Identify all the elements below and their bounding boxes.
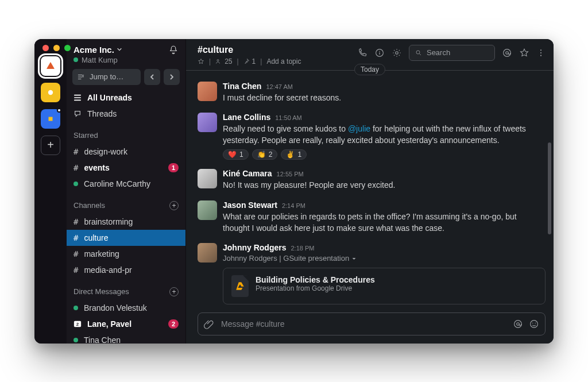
avatar[interactable] (198, 200, 217, 220)
svg-point-4 (217, 59, 219, 61)
message-sender[interactable]: Lane Collins (223, 113, 270, 122)
call-button[interactable] (357, 48, 368, 58)
sidebar-dm-brandon[interactable]: Brandon Velestuk (67, 300, 185, 316)
mention-button[interactable] (513, 319, 523, 329)
svg-point-10 (506, 51, 509, 54)
workspace-switch-1[interactable] (41, 56, 60, 76)
message-sender[interactable]: Johnny Rodgers (223, 243, 286, 252)
sidebar-item-caroline[interactable]: Caroline McCarthy (67, 176, 185, 192)
scrollbar-thumb[interactable] (548, 142, 551, 234)
sidebar-dm-lane-pavel[interactable]: 2 Lane, Pavel 2 (67, 316, 185, 332)
slack-window: + Acme Inc. Matt Kump (34, 39, 554, 344)
message-row[interactable]: Kiné Camara12:55 PM No! It was my pleasu… (198, 165, 546, 196)
message-text: Really need to give some kudos to @julie… (223, 123, 546, 146)
chevron-left-icon (149, 74, 156, 80)
pin-count: 1 (252, 57, 256, 65)
smile-icon (529, 319, 539, 329)
message-text: What are our policies in regards to pets… (223, 211, 546, 234)
avatar[interactable] (198, 243, 217, 263)
emoji-button[interactable] (529, 319, 539, 329)
presence-active-icon (74, 306, 78, 310)
window-maximize-button[interactable] (64, 45, 71, 51)
sidebar-item-media-and-pr[interactable]: #media-and-pr (67, 262, 185, 278)
notifications-button[interactable] (168, 45, 179, 55)
attachment-title: Building Policies & Procedures (256, 275, 375, 284)
hash-icon: # (74, 264, 78, 276)
svg-point-6 (379, 51, 380, 52)
message-list[interactable]: Tina Chen12:47 AM I must decline for sec… (186, 70, 554, 312)
mention-link[interactable]: @julie (348, 124, 370, 133)
workspace-switch-2[interactable] (41, 83, 60, 102)
message-row[interactable]: Lane Collins11:50 AM Really need to give… (198, 109, 546, 166)
svg-point-16 (531, 320, 538, 327)
message-row[interactable]: Jason Stewart2:14 PM What are our polici… (198, 197, 546, 240)
workspace-menu[interactable]: Acme Inc. (74, 45, 122, 55)
message-text: No! It was my pleasure! People are very … (223, 179, 546, 191)
sidebar-item-marketing[interactable]: #marketing (67, 246, 185, 262)
info-button[interactable] (374, 48, 385, 58)
message-row[interactable]: Tina Chen12:47 AM I must decline for sec… (198, 78, 546, 109)
workspace-name: Acme Inc. (74, 45, 114, 55)
window-close-button[interactable] (42, 45, 49, 51)
add-channel-button[interactable]: + (169, 201, 179, 210)
svg-point-13 (540, 55, 541, 56)
member-count: 25 (225, 57, 232, 65)
at-icon (513, 319, 523, 329)
avatar[interactable] (198, 113, 217, 132)
search-input[interactable] (425, 48, 489, 57)
message-time: 2:14 PM (282, 202, 305, 209)
message-sender[interactable]: Tina Chen (223, 82, 261, 91)
reaction-chip[interactable]: ❤️1 (223, 149, 249, 160)
reaction-chip[interactable]: 👏2 (252, 149, 278, 160)
mentions-button[interactable] (502, 48, 512, 58)
search-box[interactable] (409, 45, 495, 61)
kebab-icon (536, 48, 546, 57)
message-sender[interactable]: Jason Stewart (223, 200, 277, 210)
add-workspace-button[interactable]: + (41, 136, 60, 155)
file-attachment[interactable]: Building Policies & Procedures Presentat… (223, 268, 546, 304)
svg-point-8 (416, 51, 420, 54)
add-topic-link[interactable]: Add a topic (266, 57, 301, 65)
channel-title[interactable]: #culture (198, 45, 301, 55)
starred-items-button[interactable] (519, 48, 529, 58)
current-user-name: Matt Kump (82, 56, 118, 64)
at-icon (502, 48, 512, 58)
attachment-context[interactable]: Johnny Rodgers | GSuite presentation (223, 253, 546, 264)
window-traffic-lights (42, 45, 71, 51)
hash-icon: # (74, 162, 78, 173)
more-button[interactable] (536, 48, 546, 57)
avatar[interactable] (198, 169, 217, 188)
history-back-button[interactable] (144, 69, 160, 85)
history-forward-button[interactable] (164, 69, 180, 85)
current-user[interactable]: Matt Kump (74, 56, 122, 64)
avatar[interactable] (198, 82, 217, 101)
chevron-right-icon (168, 74, 175, 80)
star-outline-icon (519, 48, 529, 58)
message-time: 12:55 PM (277, 171, 304, 178)
section-channels: Channels + (67, 198, 185, 214)
chevron-down-icon (117, 47, 122, 52)
message-sender[interactable]: Kiné Camara (223, 169, 272, 178)
new-dm-button[interactable]: + (169, 287, 179, 296)
sidebar-dm-tina[interactable]: Tina Chen (67, 332, 185, 344)
reaction-chip[interactable]: ✌️1 (281, 149, 307, 160)
pins-button[interactable]: 1 (243, 57, 256, 65)
window-minimize-button[interactable] (53, 45, 60, 51)
threads-link[interactable]: Threads (67, 106, 185, 122)
message-input[interactable] (220, 319, 507, 329)
attach-button[interactable] (204, 319, 214, 329)
star-channel-button[interactable] (198, 58, 204, 65)
members-button[interactable]: 25 (215, 57, 232, 65)
sidebar-item-culture[interactable]: #culture (67, 230, 185, 246)
jump-to-button[interactable]: Jump to… (72, 69, 141, 85)
workspace-switch-3[interactable] (41, 109, 60, 129)
settings-button[interactable] (392, 48, 402, 58)
sidebar-item-design-work[interactable]: #design-work (67, 144, 185, 160)
sidebar-item-brainstorming[interactable]: #brainstorming (67, 214, 185, 230)
message-row[interactable]: Johnny Rodgers2:18 PM Johnny Rodgers | G… (198, 240, 546, 310)
sidebar-item-events[interactable]: #events 1 (67, 160, 185, 176)
message-composer[interactable] (198, 312, 546, 335)
presence-active-icon (74, 338, 78, 342)
all-unreads-link[interactable]: All Unreads (67, 90, 185, 106)
hash-icon: # (74, 248, 78, 260)
